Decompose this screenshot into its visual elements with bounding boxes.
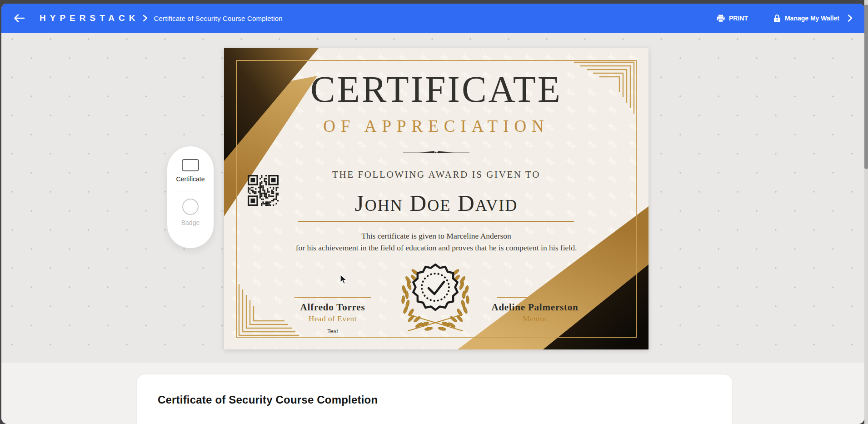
signer-note: Test	[283, 328, 383, 334]
page-title: Certificate of Security Course Completio…	[154, 15, 283, 22]
signature-line	[294, 297, 371, 298]
qr-code	[248, 175, 279, 206]
signature-line	[497, 297, 573, 298]
certificate-preview: CERTIFICATE OF APPRECIATION THE FOLLOWIN…	[224, 48, 649, 349]
certificate-subtitle: OF APPRECIATION	[224, 116, 649, 136]
recipient-name: John Doe David	[224, 190, 649, 216]
badge-view-label: Badge	[181, 219, 200, 226]
mouse-cursor	[339, 274, 349, 285]
printer-icon	[717, 15, 725, 22]
manage-wallet-button[interactable]: Manage My Wallet	[773, 14, 853, 23]
laurel-seal-emblem	[395, 262, 475, 334]
signer-role: Head of Event	[283, 314, 383, 324]
signature-block-right: Adeline Palmerston Mentor	[485, 297, 585, 324]
divider-ornament	[224, 150, 649, 155]
description-line-1: This certificate is given to Marceline A…	[224, 230, 649, 242]
app-header: HYPERSTACK Certificate of Security Cours…	[1, 4, 864, 33]
back-arrow-icon	[13, 13, 25, 23]
badge-icon	[182, 199, 199, 215]
certificate-icon	[182, 159, 199, 171]
lock-icon	[773, 14, 781, 23]
details-section: Certificate of Security Course Completio…	[1, 363, 864, 424]
signer-role: Mentor	[485, 314, 585, 324]
chevron-right-icon	[847, 14, 853, 22]
signer-name: Alfredo Torres	[283, 302, 383, 313]
view-switcher-panel: Certificate Badge	[167, 146, 214, 248]
scrollbar[interactable]	[864, 0, 868, 424]
certificate-description: This certificate is given to Marceline A…	[224, 230, 649, 254]
breadcrumb-chevron-icon	[142, 15, 148, 22]
signer-name: Adeline Palmerston	[485, 302, 585, 313]
panel-divider	[176, 191, 205, 191]
award-line: THE FOLLOWING AWARD IS GIVEN TO	[224, 169, 649, 180]
signature-block-left: Alfredo Torres Head of Event Test	[283, 297, 383, 334]
print-label: PRINT	[729, 15, 748, 22]
details-card: Certificate of Security Course Completio…	[137, 374, 732, 424]
manage-wallet-label: Manage My Wallet	[785, 15, 839, 22]
app-logo[interactable]: HYPERSTACK	[40, 13, 140, 23]
recipient-underline	[298, 221, 574, 222]
details-card-title: Certificate of Security Course Completio…	[137, 374, 732, 406]
print-button[interactable]: PRINT	[717, 15, 748, 22]
description-line-2: for his achievement in the field of educ…	[224, 242, 649, 254]
app-page: HYPERSTACK Certificate of Security Cours…	[1, 4, 864, 424]
certificate-view-label: Certificate	[176, 175, 205, 183]
scrollbar-thumb[interactable]	[864, 5, 868, 169]
certificate-title: CERTIFICATE	[224, 68, 649, 111]
certificate-view-button[interactable]: Certificate	[176, 159, 205, 183]
badge-view-button[interactable]: Badge	[181, 199, 200, 226]
back-button[interactable]	[13, 13, 25, 23]
